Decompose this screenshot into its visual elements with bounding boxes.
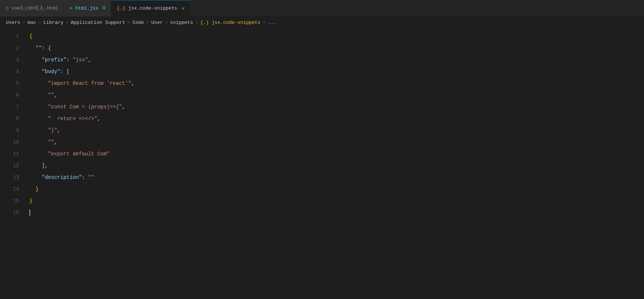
line-numbers: 12345678910111213141516 xyxy=(0,30,26,299)
breadcrumb-ellipsis[interactable]: ... xyxy=(268,20,276,25)
tab-snippets[interactable]: {.} jsx.code-snippets ✕ xyxy=(111,0,190,17)
snippet-icon: {.} xyxy=(117,6,125,11)
code-line-5: "import React from 'react'", xyxy=(29,78,644,89)
line-number-2: 2 xyxy=(0,42,19,54)
tab-jsx[interactable]: ⚛ html.jsx U xyxy=(64,0,111,17)
line-number-15: 15 xyxy=(0,195,19,207)
tab-html-label: vue3_cdn引入.html xyxy=(11,5,58,11)
line-number-6: 6 xyxy=(0,89,19,101)
line-number-8: 8 xyxy=(0,113,19,125)
breadcrumb-sep-4: > xyxy=(128,20,130,25)
code-line-10: "", xyxy=(29,136,644,148)
line-number-4: 4 xyxy=(0,66,19,78)
tab-html[interactable]: ◻ vue3_cdn引入.html xyxy=(0,0,64,17)
breadcrumb-library[interactable]: Library xyxy=(43,20,64,25)
code-line-7: "const Com = (props)=>{", xyxy=(29,101,644,113)
line-number-14: 14 xyxy=(0,183,19,195)
breadcrumb-sep-6: > xyxy=(165,20,168,25)
line-number-13: 13 xyxy=(0,172,19,183)
breadcrumb-mac[interactable]: mac xyxy=(28,20,36,25)
breadcrumb-snippet-file[interactable]: {.} jsx.code-snippets xyxy=(200,20,261,25)
breadcrumb-users[interactable]: Users xyxy=(6,20,20,25)
editor: 12345678910111213141516 { "": { "prefix"… xyxy=(0,29,644,299)
code-line-16 xyxy=(29,207,644,219)
code-line-1: { xyxy=(29,30,644,42)
breadcrumb-sep-3: > xyxy=(66,20,69,25)
html-icon: ◻ xyxy=(6,5,8,11)
line-number-9: 9 xyxy=(0,125,19,136)
breadcrumb: Users > mac > Library > Application Supp… xyxy=(0,17,644,29)
line-number-11: 11 xyxy=(0,148,19,160)
code-line-2: "": { xyxy=(29,42,644,54)
tab-jsx-label: html.jsx xyxy=(75,6,98,11)
breadcrumb-sep-1: > xyxy=(22,20,25,25)
tab-jsx-modified-badge: U xyxy=(103,6,105,11)
code-line-4: "body": [ xyxy=(29,66,644,78)
code-line-9: "}", xyxy=(29,125,644,136)
code-line-3: "prefix": "jsx", xyxy=(29,54,644,66)
breadcrumb-user[interactable]: User xyxy=(151,20,163,25)
breadcrumb-sep-8: > xyxy=(263,20,266,25)
text-cursor xyxy=(29,209,30,216)
tab-snippets-close[interactable]: ✕ xyxy=(182,5,185,11)
breadcrumb-sep-7: > xyxy=(195,20,198,25)
line-number-7: 7 xyxy=(0,101,19,113)
code-line-11: "export default Com" xyxy=(29,148,644,160)
breadcrumb-appsupport[interactable]: Application Support xyxy=(71,20,125,25)
code-area[interactable]: { "": { "prefix": "jsx", "body": [ "impo… xyxy=(26,30,644,299)
line-number-3: 3 xyxy=(0,54,19,66)
line-number-5: 5 xyxy=(0,78,19,89)
breadcrumb-sep-5: > xyxy=(146,20,149,25)
line-number-1: 1 xyxy=(0,30,19,42)
breadcrumb-sep-2: > xyxy=(38,20,41,25)
code-line-13: "description": "" xyxy=(29,172,644,183)
code-line-15: } xyxy=(29,195,644,207)
line-number-10: 10 xyxy=(0,136,19,148)
tab-bar: ◻ vue3_cdn引入.html ⚛ html.jsx U {.} jsx.c… xyxy=(0,0,644,17)
line-number-16: 16 xyxy=(0,207,19,219)
breadcrumb-code[interactable]: Code xyxy=(133,20,144,25)
line-number-12: 12 xyxy=(0,160,19,172)
breadcrumb-snippets[interactable]: snippets xyxy=(170,20,193,25)
code-line-6: "", xyxy=(29,89,644,101)
code-line-8: " return <></>", xyxy=(29,113,644,125)
tab-snippets-label: jsx.code-snippets xyxy=(128,6,177,11)
react-icon: ⚛ xyxy=(69,5,72,11)
code-line-14: } xyxy=(29,183,644,195)
code-line-12: ], xyxy=(29,160,644,172)
